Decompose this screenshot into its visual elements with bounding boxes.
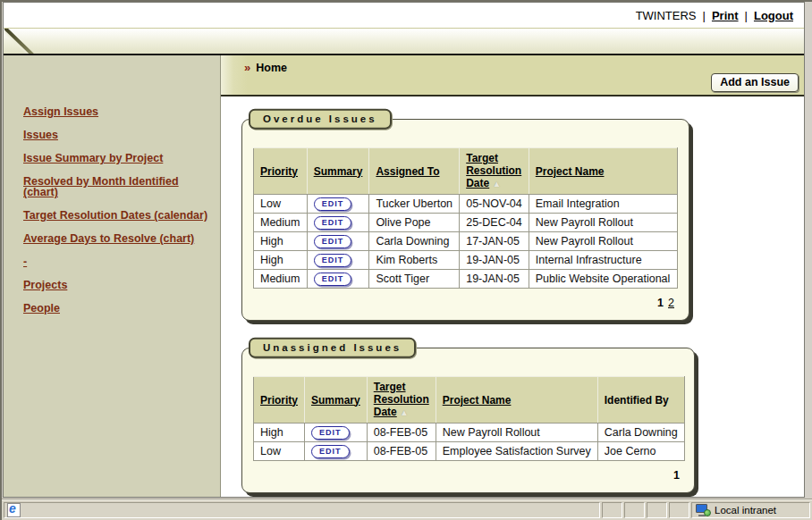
edit-button[interactable]: EDIT: [314, 197, 352, 211]
column-header-summary: Summary: [305, 377, 368, 424]
assigned-to-cell: Tucker Uberton: [369, 195, 460, 214]
sort-ascending-icon: ▲: [400, 407, 409, 417]
swoosh-decoration: [4, 28, 34, 54]
sidebar-item-dash[interactable]: -: [23, 256, 211, 267]
target-date-cell: 05-NOV-04: [460, 195, 529, 214]
table-row: Low EDIT Tucker Uberton 05-NOV-04 Email …: [254, 195, 678, 214]
priority-cell: Low: [254, 195, 308, 214]
logout-link[interactable]: Logout: [754, 9, 793, 22]
pagination-page-2-link[interactable]: 2: [668, 297, 674, 309]
summary-sort-link[interactable]: Summary: [314, 165, 363, 178]
browser-window: TWINTERS | Print | Logout Assign Issues …: [0, 0, 812, 520]
page-body: Priority Summary Assigned To Target Reso…: [221, 96, 804, 497]
sidebar-item-issues[interactable]: Issues: [23, 130, 211, 140]
username-label: TWINTERS: [636, 9, 697, 22]
unassigned-issues-box: Priority Summary Target Resolution Date …: [241, 348, 695, 493]
sidebar-item-target-resolution-calendar[interactable]: Target Resolution Dates (calendar): [23, 210, 211, 221]
sidebar-item-assign-issues[interactable]: Assign Issues: [23, 106, 211, 117]
project-name-cell: New Payroll Rollout: [529, 232, 677, 251]
edit-button[interactable]: EDIT: [314, 273, 352, 286]
project-name-cell: Public Website Operational: [529, 270, 677, 289]
unassigned-issues-table: Priority Summary Target Resolution Date …: [253, 376, 685, 461]
summary-sort-link[interactable]: Summary: [311, 394, 360, 407]
target-date-cell: 25-DEC-04: [460, 214, 529, 232]
assigned-to-cell: Olive Pope: [369, 214, 460, 232]
table-row: Medium EDIT Olive Pope 25-DEC-04 New Pay…: [254, 214, 678, 232]
project-name-sort-link[interactable]: Project Name: [536, 165, 605, 178]
project-name-cell: New Payroll Rollout: [436, 424, 597, 442]
sidebar-item-projects[interactable]: Projects: [23, 280, 211, 290]
column-header-priority: Priority: [254, 148, 308, 195]
sort-ascending-icon: ▲: [493, 179, 502, 189]
project-name-sort-link[interactable]: Project Name: [443, 394, 512, 407]
priority-sort-link[interactable]: Priority: [260, 165, 298, 178]
project-name-cell: Employee Satisfaction Survey: [436, 442, 597, 461]
status-segment: [669, 502, 689, 518]
column-header-project-name: Project Name: [529, 148, 677, 195]
edit-button[interactable]: EDIT: [314, 254, 352, 267]
overdue-issues-box: Priority Summary Assigned To Target Reso…: [241, 119, 689, 321]
priority-cell: High: [254, 251, 308, 270]
status-bar: Local intranet: [2, 499, 812, 520]
priority-cell: Medium: [254, 270, 308, 289]
breadcrumb-home: Home: [256, 62, 287, 74]
status-message-panel: [4, 502, 600, 518]
target-date-cell: 19-JAN-05: [460, 270, 529, 289]
table-header-row: Priority Summary Assigned To Target Reso…: [254, 148, 678, 195]
column-header-identified-by: Identified By: [597, 377, 684, 424]
local-intranet-icon: [696, 504, 710, 516]
edit-button[interactable]: EDIT: [311, 426, 350, 440]
page: TWINTERS | Print | Logout Assign Issues …: [3, 2, 805, 498]
sidebar-item-average-days-chart[interactable]: Average Days to Resolve (chart): [23, 233, 211, 244]
assigned-to-cell: Carla Downing: [369, 232, 460, 251]
status-segment: [647, 502, 667, 518]
table-row: Medium EDIT Scott Tiger 19-JAN-05 Public…: [254, 270, 678, 289]
chevron-right-icon: »: [244, 61, 250, 74]
breadcrumb-bar: »Home Add an Issue: [221, 55, 804, 96]
security-zone-panel: Local intranet: [691, 502, 810, 518]
sidebar-item-resolved-by-month-chart[interactable]: Resolved by Month Identified (chart): [23, 176, 211, 197]
print-link[interactable]: Print: [712, 9, 739, 22]
column-header-assigned-to: Assigned To: [369, 148, 460, 195]
header-band: [4, 28, 804, 54]
project-name-cell: New Payroll Rollout: [529, 214, 677, 232]
target-date-cell: 08-FEB-05: [367, 424, 436, 442]
priority-sort-link[interactable]: Priority: [260, 394, 298, 407]
user-bar: TWINTERS | Print | Logout: [4, 3, 804, 28]
ie-page-icon: [7, 503, 21, 517]
region-title: Overdue Issues: [249, 109, 392, 130]
column-header-target-resolution-date: Target Resolution Date ▲: [367, 377, 436, 424]
add-an-issue-button[interactable]: Add an Issue: [711, 73, 799, 92]
security-zone-label: Local intranet: [715, 505, 776, 516]
overdue-issues-region: Priority Summary Assigned To Target Reso…: [241, 119, 804, 321]
edit-button[interactable]: EDIT: [311, 445, 350, 458]
sidebar-item-issue-summary-by-project[interactable]: Issue Summary by Project: [23, 153, 211, 164]
region-title: Unassigned Issues: [249, 338, 416, 358]
target-date-cell: 19-JAN-05: [460, 251, 529, 270]
table-row: High EDIT Carla Downing 17-JAN-05 New Pa…: [254, 232, 678, 251]
edit-button[interactable]: EDIT: [314, 235, 352, 248]
unassigned-issues-region: Priority Summary Target Resolution Date …: [241, 348, 804, 493]
edit-button[interactable]: EDIT: [314, 216, 352, 230]
status-segment: [624, 502, 645, 518]
identified-by-cell: Carla Downing: [597, 424, 684, 442]
project-name-cell: Email Integration: [529, 195, 677, 214]
table-row: High EDIT Kim Roberts 19-JAN-05 Internal…: [254, 251, 678, 270]
priority-cell: Low: [254, 442, 305, 461]
pagination: 12: [253, 289, 678, 315]
separator: |: [703, 9, 706, 22]
table-header-row: Priority Summary Target Resolution Date …: [254, 377, 685, 424]
assigned-to-sort-link[interactable]: Assigned To: [376, 165, 439, 178]
status-segment: [602, 502, 622, 518]
priority-cell: High: [254, 424, 305, 442]
pagination: 1: [253, 461, 683, 487]
sidebar-item-people[interactable]: People: [23, 303, 211, 314]
target-date-cell: 17-JAN-05: [460, 232, 529, 251]
column-header-priority: Priority: [254, 377, 305, 424]
overdue-issues-table: Priority Summary Assigned To Target Reso…: [253, 147, 678, 289]
pagination-current-page: 1: [657, 297, 664, 309]
assigned-to-cell: Scott Tiger: [369, 270, 460, 289]
column-header-target-resolution-date: Target Resolution Date ▲: [460, 148, 529, 195]
column-header-project-name: Project Name: [436, 377, 597, 424]
sidebar-nav: Assign Issues Issues Issue Summary by Pr…: [4, 55, 221, 497]
